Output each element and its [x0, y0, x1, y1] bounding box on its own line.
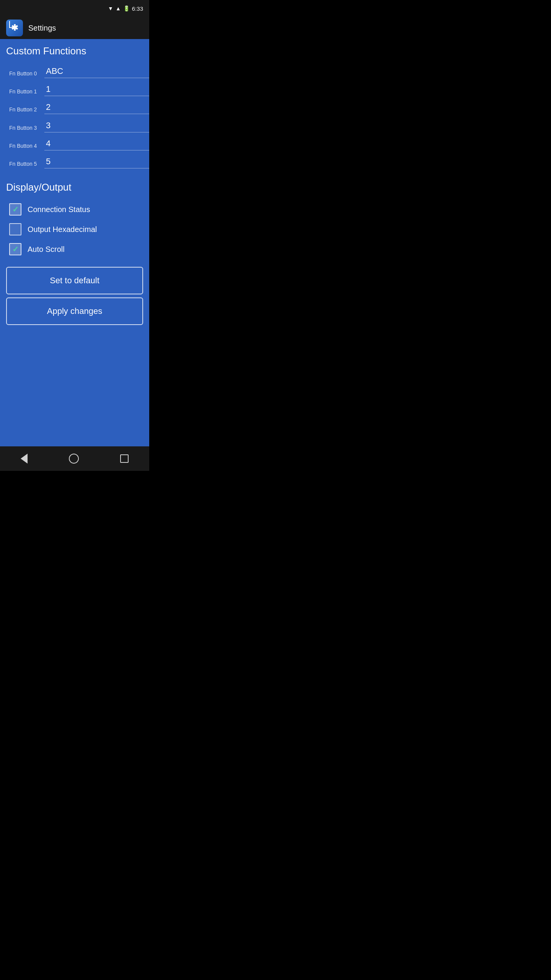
connection-status-label: Connection Status: [28, 205, 90, 214]
apply-changes-button[interactable]: Apply changes: [6, 297, 143, 325]
fn-label-4: Fn Button 4: [9, 143, 40, 150]
set-default-button[interactable]: Set to default: [6, 267, 143, 294]
bluetooth-app-icon: ✱: [6, 20, 23, 36]
status-bar: ▼ ▲ 🔋 6:33: [0, 0, 149, 17]
action-buttons: Set to default Apply changes: [6, 267, 143, 325]
wifi-icon: ▼: [108, 5, 113, 11]
back-button[interactable]: [16, 449, 32, 468]
recents-button[interactable]: [116, 450, 133, 467]
home-icon: [69, 454, 79, 464]
fn-buttons-container: Fn Button 0 Fn Button 1 Fn Button 2: [6, 63, 143, 171]
fn-value-input-2[interactable]: [44, 101, 149, 114]
fn-value-input-1[interactable]: [44, 83, 149, 96]
fn-row-5: Fn Button 5: [6, 154, 143, 171]
app-bar-title: Settings: [28, 24, 56, 33]
nav-bar: [0, 446, 149, 471]
output-hex-label: Output Hexadecimal: [28, 225, 97, 234]
auto-scroll-label: Auto Scroll: [28, 245, 65, 254]
back-icon: [21, 454, 28, 464]
fn-row-1: Fn Button 1: [6, 81, 143, 98]
output-hex-checkbox[interactable]: [9, 223, 21, 235]
status-time: 6:33: [132, 5, 143, 12]
checkmark-icon: ✓: [12, 206, 19, 213]
display-output-title: Display/Output: [6, 181, 143, 193]
custom-functions-title: Custom Functions: [6, 45, 143, 57]
signal-icon: ▲: [116, 5, 121, 11]
fn-label-3: Fn Button 3: [9, 125, 40, 132]
output-hex-row: Output Hexadecimal: [6, 219, 143, 239]
fn-label-2: Fn Button 2: [9, 106, 40, 114]
home-button[interactable]: [64, 449, 83, 468]
bluetooth-icon: ✱: [11, 23, 18, 33]
status-icons: ▼ ▲ 🔋 6:33: [108, 5, 143, 12]
display-output-section: Display/Output ✓ Connection Status Outpu…: [6, 178, 143, 259]
fn-row-2: Fn Button 2: [6, 99, 143, 116]
fn-row-4: Fn Button 4: [6, 136, 143, 153]
fn-value-input-5[interactable]: [44, 156, 149, 168]
fn-row-3: Fn Button 3: [6, 117, 143, 135]
recents-icon: [120, 454, 129, 463]
fn-value-input-3[interactable]: [44, 120, 149, 132]
connection-status-checkbox[interactable]: ✓: [9, 203, 21, 216]
auto-scroll-checkmark-icon: ✓: [12, 245, 19, 253]
custom-functions-section: Custom Functions Fn Button 0 Fn Button 1…: [6, 45, 143, 178]
fn-label-5: Fn Button 5: [9, 161, 40, 168]
app-bar: ✱ Settings: [0, 17, 149, 39]
auto-scroll-checkbox[interactable]: ✓: [9, 243, 21, 255]
fn-value-input-4[interactable]: [44, 138, 149, 150]
battery-icon: 🔋: [123, 5, 130, 11]
connection-status-row: ✓ Connection Status: [6, 199, 143, 219]
fn-label-0: Fn Button 0: [9, 70, 40, 78]
main-content: Custom Functions Fn Button 0 Fn Button 1…: [0, 39, 149, 446]
fn-label-1: Fn Button 1: [9, 88, 40, 96]
bottom-spacer: [6, 325, 143, 440]
fn-row-0: Fn Button 0: [6, 63, 143, 80]
auto-scroll-row: ✓ Auto Scroll: [6, 239, 143, 259]
fn-value-input-0[interactable]: [44, 65, 149, 78]
